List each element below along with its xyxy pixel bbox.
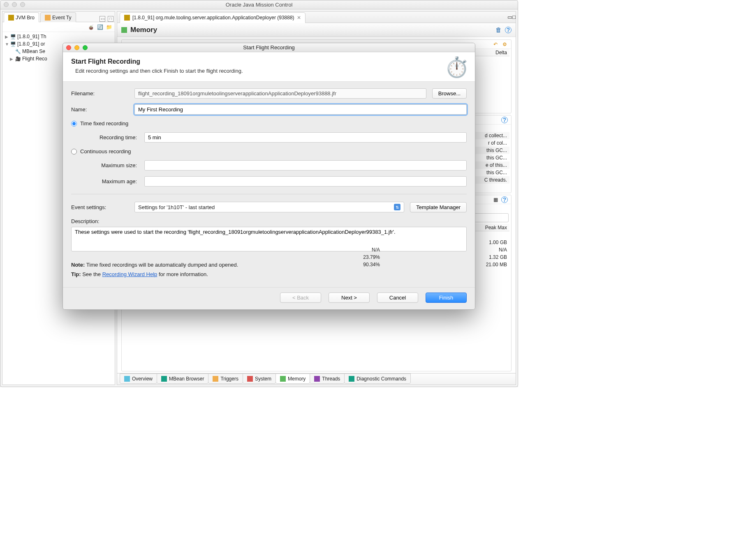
- tab-memory[interactable]: Memory: [275, 373, 310, 384]
- time-fixed-radio-row: Time fixed recording: [71, 120, 467, 127]
- help-icon[interactable]: ?: [505, 27, 512, 33]
- tree-node-jvm-0: ▶ 🖥️ [1.8.0_91] Th: [2, 33, 115, 40]
- dialog-titlebar: Start Flight Recording: [63, 43, 475, 52]
- chart-settings-icon[interactable]: ⚙: [501, 41, 508, 48]
- memory-icon: [121, 27, 127, 33]
- dialog-footer: < Back Next > Cancel Finish: [63, 287, 475, 309]
- dialog-zoom-icon[interactable]: [83, 45, 88, 50]
- event-settings-select[interactable]: Settings for '1h10T' - last started ⇅: [134, 202, 404, 212]
- jvm-icon: 🖥️: [10, 41, 16, 47]
- continuous-radio[interactable]: [71, 149, 77, 154]
- tab-mbean-browser[interactable]: MBean Browser: [157, 373, 208, 384]
- recording-wizard-help-link[interactable]: Recording Wizard Help: [102, 271, 157, 277]
- jvm-browser-icon: [8, 15, 14, 21]
- memory-section-header: Memory 🗑 ?: [117, 23, 516, 37]
- diagnostic-icon: [349, 376, 354, 382]
- flight-recorder-icon: 🎥: [15, 55, 21, 62]
- memory-icon: [280, 376, 286, 382]
- minimize-view-icon[interactable]: ▭: [100, 16, 105, 22]
- expand-icon[interactable]: ▶: [10, 57, 14, 61]
- name-label: Name:: [71, 106, 129, 113]
- overview-icon: [124, 376, 130, 382]
- new-connection-icon[interactable]: 📁: [106, 24, 112, 30]
- system-icon: [247, 376, 253, 382]
- dialog-header: Start Flight Recording Edit recording se…: [63, 52, 475, 82]
- cancel-button[interactable]: Cancel: [377, 293, 418, 303]
- template-manager-button[interactable]: Template Manager: [410, 202, 467, 212]
- tab-threads[interactable]: Threads: [310, 373, 345, 384]
- section-title: Memory: [130, 26, 157, 34]
- stopwatch-icon: ⏱️: [444, 55, 469, 79]
- max-age-label: Maximum age:: [81, 178, 139, 184]
- max-size-label: Maximum size:: [81, 162, 139, 168]
- tree-view-icon[interactable]: 🧉: [88, 24, 94, 30]
- event-types-icon: [45, 15, 51, 21]
- minimize-view-icon[interactable]: ▭: [507, 14, 512, 20]
- time-fixed-radio[interactable]: [71, 121, 77, 127]
- maximize-view-icon[interactable]: □: [108, 16, 113, 22]
- dialog-minimize-icon[interactable]: [74, 45, 79, 50]
- continuous-radio-row: Continuous recording: [71, 148, 467, 154]
- finish-button[interactable]: Finish: [426, 293, 467, 303]
- chevron-updown-icon: ⇅: [394, 204, 400, 210]
- filename-label: Filename:: [71, 90, 129, 97]
- maximize-view-icon[interactable]: □: [512, 14, 516, 20]
- start-flight-recording-dialog: Start Flight Recording Start Flight Reco…: [62, 43, 475, 310]
- tab-label: Event Ty: [52, 15, 71, 21]
- window-minimize-icon[interactable]: [12, 2, 17, 7]
- editor-tab-bar: [1.8.0_91] org.mule.tooling.server.appli…: [117, 12, 516, 23]
- radio-label: Time fixed recording: [80, 120, 128, 127]
- tree-label: Flight Reco: [22, 56, 47, 62]
- table-settings-icon[interactable]: ▦: [492, 196, 499, 203]
- editor-tab-active[interactable]: [1.8.0_91] org.mule.tooling.server.appli…: [120, 12, 306, 23]
- help-icon[interactable]: ?: [501, 117, 508, 123]
- tab-event-types[interactable]: Event Ty: [40, 12, 76, 22]
- description-textarea[interactable]: [71, 227, 467, 251]
- tab-label: [1.8.0_91] org.mule.tooling.server.appli…: [132, 15, 294, 21]
- tree-label: [1.8.0_91] or: [17, 41, 45, 47]
- jvm-browser-toolbar: 🧉 🔄 📁: [2, 22, 115, 32]
- dialog-subtitle: Edit recording settings and then click F…: [71, 68, 467, 74]
- window-title: Oracle Java Mission Control: [226, 2, 293, 8]
- window-zoom-icon[interactable]: [20, 2, 25, 7]
- collapse-icon[interactable]: ▼: [5, 42, 9, 46]
- refresh-icon[interactable]: 🔄: [97, 24, 103, 30]
- trash-icon[interactable]: 🗑: [495, 26, 502, 33]
- next-button[interactable]: Next >: [329, 293, 370, 303]
- threads-icon: [314, 376, 320, 382]
- back-button[interactable]: < Back: [280, 293, 321, 303]
- tab-label: JVM Bro: [16, 15, 35, 21]
- col-delta[interactable]: Delta: [477, 50, 509, 55]
- dialog-title: Start Flight Recording: [71, 58, 467, 65]
- select-value: Settings for '1h10T' - last started: [138, 204, 215, 210]
- event-settings-label: Event settings:: [71, 204, 129, 210]
- expand-icon[interactable]: ▶: [5, 35, 9, 39]
- tab-triggers[interactable]: Triggers: [208, 373, 243, 384]
- tree-label: MBean Se: [22, 48, 45, 54]
- tab-system[interactable]: System: [243, 373, 276, 384]
- recording-time-input[interactable]: [144, 132, 467, 143]
- mbean-icon: 🔧: [15, 48, 21, 55]
- chart-back-icon[interactable]: ↶: [492, 41, 499, 48]
- tab-jvm-browser[interactable]: JVM Bro: [4, 12, 39, 22]
- main-titlebar: Oracle Java Mission Control: [0, 0, 518, 9]
- max-age-input[interactable]: [144, 176, 467, 187]
- filename-input[interactable]: [134, 88, 426, 99]
- dialog-close-icon[interactable]: [66, 45, 71, 50]
- jmc-tab-icon: [124, 15, 130, 21]
- radio-label: Continuous recording: [80, 148, 131, 154]
- triggers-icon: [213, 376, 218, 382]
- tree-label: [1.8.0_91] Th: [17, 34, 46, 39]
- window-close-icon[interactable]: [4, 2, 9, 7]
- mbean-icon: [161, 376, 167, 382]
- max-size-input[interactable]: [144, 160, 467, 171]
- close-icon[interactable]: ✕: [297, 15, 301, 21]
- tab-overview[interactable]: Overview: [120, 373, 157, 384]
- dialog-notes: Note: Time fixed recordings will be auto…: [63, 257, 475, 287]
- bottom-tab-bar: Overview MBean Browser Triggers System M…: [117, 373, 516, 385]
- name-input[interactable]: [134, 104, 467, 115]
- dialog-window-title: Start Flight Recording: [243, 44, 295, 51]
- tab-diagnostic-commands[interactable]: Diagnostic Commands: [344, 373, 411, 384]
- browse-button[interactable]: Browse...: [432, 88, 467, 99]
- help-icon[interactable]: ?: [501, 196, 508, 203]
